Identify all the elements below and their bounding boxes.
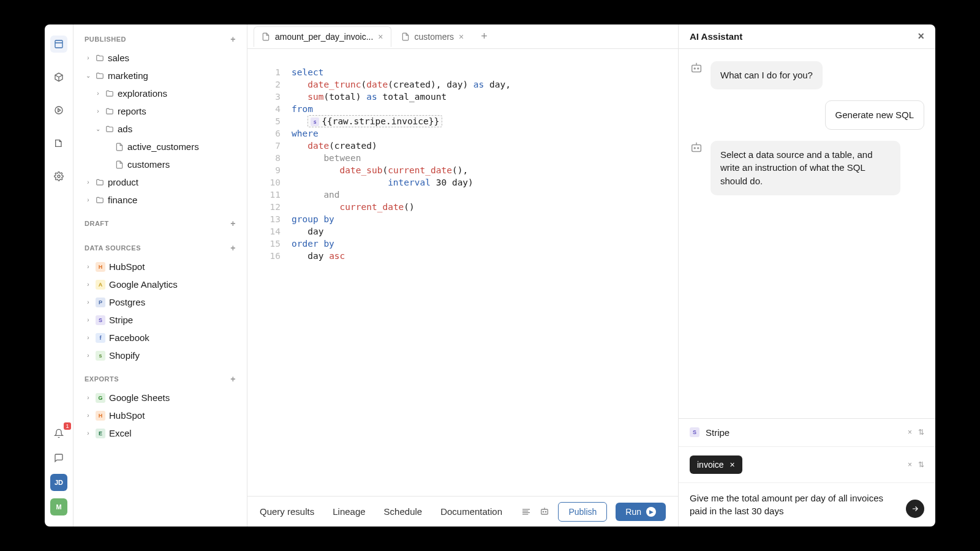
editor-footer: Query results Lineage Schedule Documenta… [247,496,678,527]
chat-bubble: Generate new SQL [825,100,924,130]
export-excel[interactable]: ›EExcel [74,424,247,442]
chevron-icon: › [94,108,102,114]
tree-item-label: sales [108,53,129,63]
prompt-input[interactable]: Give me the total amount per day of all … [690,492,899,519]
tree-item-ads[interactable]: ⌄ads [74,120,247,138]
tree-item-reports[interactable]: ›reports [74,102,247,120]
tab-label: customers [415,32,454,42]
export-icon: H [96,411,105,421]
chevron-icon: › [85,430,92,437]
assistant-icon[interactable] [540,507,549,517]
assistant-body: What can I do for you? Generate new SQL … [679,49,935,418]
chat-bubble: Select a data source and a table, and wr… [710,141,900,195]
line-number: 12 [247,201,281,213]
svg-rect-7 [541,509,548,514]
svg-point-9 [546,511,546,512]
datasource-facebook[interactable]: ›fFacebook [74,329,247,347]
chevron-icon: › [94,90,102,97]
datasource-label: Facebook [109,332,149,343]
export-hubspot[interactable]: ›HHubSpot [74,407,247,424]
footer-tabs: Query results Lineage Schedule Documenta… [260,506,502,517]
svg-point-12 [698,68,699,69]
file-icon [401,32,410,41]
datasource-hubspot[interactable]: ›HHubSpot [74,258,247,276]
assistant-header: AI Assistant × [679,24,935,49]
datasource-icon: s [96,351,105,361]
footer-tab-schedule[interactable]: Schedule [384,506,423,517]
datasource-icon: P [96,298,105,307]
bot-icon [690,61,703,75]
tree-item-finance[interactable]: ›finance [74,191,247,209]
rail-cube-icon[interactable] [50,69,67,86]
section-datasources: DATA SOURCES + [74,233,247,258]
publish-button[interactable]: Publish [558,502,607,522]
chat-icon[interactable] [50,449,67,467]
chevron-updown-icon[interactable]: ⇅ [918,428,924,437]
run-button[interactable]: Run▶ [616,503,666,521]
section-datasources-label: DATA SOURCES [85,244,141,252]
line-number: 15 [247,238,281,250]
footer-actions: Publish Run▶ [521,502,666,522]
datasource-google-analytics[interactable]: ›AGoogle Analytics [74,276,247,293]
clear-source-icon[interactable]: × [908,428,912,437]
close-icon[interactable]: × [459,32,464,42]
line-gutter: 12345678910111213141516 [247,66,292,479]
app-root: JD M PUBLISHED + ›sales⌄marketing›explor… [45,24,935,527]
footer-tab-lineage[interactable]: Lineage [333,506,365,517]
datasource-icon: S [96,315,105,325]
tree-item-label: explorations [118,88,167,99]
line-number: 10 [247,176,281,189]
section-published: PUBLISHED + [74,24,247,49]
avatar-m[interactable]: M [50,498,67,515]
datasource-postgres[interactable]: ›PPostgres [74,293,247,311]
rail-home-icon[interactable] [50,36,67,53]
close-icon[interactable]: × [378,32,383,42]
section-published-label: PUBLISHED [85,36,126,43]
add-tab-icon[interactable]: + [473,26,495,47]
datasource-shopify[interactable]: ›sShopify [74,347,247,364]
svg-point-11 [694,68,695,69]
tree-item-product[interactable]: ›product [74,173,247,191]
avatar-jd[interactable]: JD [50,474,67,491]
svg-point-14 [694,148,695,149]
format-icon[interactable] [521,507,531,517]
tree-item-label: marketing [108,70,148,81]
add-draft-icon[interactable]: + [230,219,236,228]
clear-table-icon[interactable]: × [908,460,912,469]
chevron-icon: › [85,317,92,323]
tab-customers[interactable]: customers × [394,27,472,47]
datasource-label: Stripe [109,315,133,325]
add-export-icon[interactable]: + [230,374,236,384]
rail-play-icon[interactable] [50,102,67,119]
tree-item-sales[interactable]: ›sales [74,49,247,67]
table-select-row[interactable]: invoice× ×⇅ [679,447,935,483]
editor-tabs: amount_per_day_invoic... × customers × + [247,24,678,49]
svg-point-8 [543,511,544,512]
source-select-row[interactable]: S Stripe ×⇅ [679,419,935,447]
add-datasource-icon[interactable]: + [230,243,236,253]
tree-item-customers[interactable]: customers [74,156,247,173]
line-number: 2 [247,78,281,91]
add-published-icon[interactable]: + [230,34,236,44]
footer-tab-docs[interactable]: Documentation [440,506,502,517]
send-button[interactable] [906,500,924,518]
code-editor[interactable]: 12345678910111213141516 select date_trun… [247,49,678,496]
tree-item-explorations[interactable]: ›explorations [74,84,247,102]
tree-item-marketing[interactable]: ⌄marketing [74,67,247,84]
line-number: 4 [247,103,281,115]
assistant-title: AI Assistant [690,31,742,42]
footer-tab-results[interactable]: Query results [260,506,314,517]
close-assistant-icon[interactable]: × [918,30,924,43]
table-chip: invoice× [690,455,742,474]
datasource-icon: f [96,333,105,343]
rail-settings-icon[interactable] [50,168,67,185]
line-number: 3 [247,91,281,103]
remove-chip-icon[interactable]: × [730,460,735,470]
chevron-updown-icon[interactable]: ⇅ [918,460,924,469]
tree-item-active_customers[interactable]: active_customers [74,138,247,156]
rail-export-icon[interactable] [50,135,67,152]
tab-amount-per-day[interactable]: amount_per_day_invoic... × [254,26,391,47]
notifications-icon[interactable] [50,425,67,442]
datasource-stripe[interactable]: ›SStripe [74,311,247,329]
export-google-sheets[interactable]: ›GGoogle Sheets [74,389,247,407]
